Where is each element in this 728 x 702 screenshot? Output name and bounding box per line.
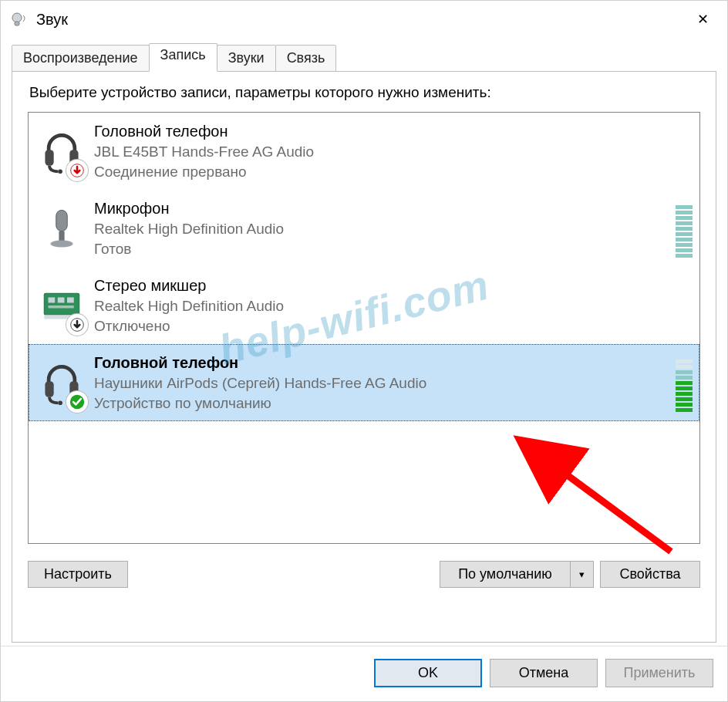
svg-rect-6 (56, 210, 68, 231)
device-row[interactable]: Головной телефонJBL E45BT Hands-Free AG … (29, 113, 699, 190)
tab-panel: Выберите устройство записи, параметры ко… (12, 71, 716, 643)
device-row[interactable]: Головной телефонНаушники AirPods (Сергей… (29, 344, 699, 421)
svg-rect-12 (67, 298, 74, 303)
device-status: Устройство по умолчанию (94, 393, 669, 413)
device-name: Микрофон (94, 198, 669, 219)
close-icon: ✕ (697, 11, 709, 28)
status-badge-disabled-icon (66, 314, 88, 336)
instruction-text: Выберите устройство записи, параметры ко… (29, 84, 700, 101)
svg-rect-13 (49, 305, 74, 309)
svg-rect-16 (45, 381, 53, 397)
device-text: Головной телефонJBL E45BT Hands-Free AG … (89, 121, 693, 181)
status-badge-default-icon (66, 391, 88, 413)
device-icon (34, 195, 89, 262)
set-default-dropdown[interactable]: ▾ (571, 561, 594, 588)
svg-point-8 (51, 240, 73, 247)
device-row[interactable]: МикрофонRealtek High Definition AudioГот… (29, 190, 699, 267)
tabstrip: Воспроизведение Запись Звуки Связь (12, 45, 716, 72)
ok-button[interactable]: OK (374, 659, 482, 687)
dialog-content: Воспроизведение Запись Звуки Связь Выбер… (1, 36, 727, 643)
svg-rect-1 (15, 22, 19, 25)
device-list[interactable]: Головной телефонJBL E45BT Hands-Free AG … (28, 112, 700, 544)
app-icon (10, 10, 29, 29)
tab-playback[interactable]: Воспроизведение (12, 45, 150, 72)
svg-rect-7 (59, 231, 64, 241)
device-status: Соединение прервано (94, 162, 693, 182)
apply-button[interactable]: Применить (605, 659, 713, 687)
status-badge-disconnected-icon (66, 160, 88, 181)
device-icon (34, 349, 89, 416)
tab-recording[interactable]: Запись (149, 43, 217, 72)
tab-communications[interactable]: Связь (275, 45, 337, 72)
titlebar-left: Звук (10, 10, 68, 29)
device-subtitle: JBL E45BT Hands-Free AG Audio (94, 142, 693, 162)
svg-point-18 (58, 400, 62, 405)
svg-rect-2 (45, 150, 53, 166)
device-subtitle: Realtek High Definition Audio (94, 296, 693, 316)
level-meter (676, 353, 693, 412)
device-row[interactable]: Стерео микшерRealtek High Definition Aud… (29, 267, 699, 344)
device-name: Головной телефон (94, 121, 693, 142)
svg-point-0 (12, 13, 22, 22)
dialog-footer: OK Отмена Применить (1, 646, 727, 701)
right-button-group: По умолчанию ▾ Свойства (440, 561, 700, 588)
device-subtitle: Realtek High Definition Audio (94, 219, 669, 239)
properties-button[interactable]: Свойства (600, 561, 700, 588)
device-name: Стерео микшер (94, 275, 693, 296)
level-meter (676, 199, 693, 258)
svg-rect-9 (44, 293, 79, 315)
panel-buttons: Настроить По умолчанию ▾ Свойства (28, 561, 700, 588)
close-button[interactable]: ✕ (682, 5, 723, 33)
device-icon (34, 272, 89, 339)
device-text: Стерео микшерRealtek High Definition Aud… (89, 275, 693, 336)
device-status: Отключено (94, 316, 693, 336)
cancel-button[interactable]: Отмена (490, 659, 598, 687)
configure-button[interactable]: Настроить (28, 561, 128, 588)
device-text: МикрофонRealtek High Definition AudioГот… (89, 198, 669, 258)
set-default-button[interactable]: По умолчанию (440, 561, 571, 588)
svg-rect-10 (49, 298, 56, 303)
device-icon (34, 118, 89, 184)
window-title: Звук (36, 11, 68, 29)
svg-point-4 (58, 169, 62, 174)
device-name: Головной телефон (94, 353, 669, 373)
device-status: Готов (94, 239, 669, 259)
device-text: Головной телефонНаушники AirPods (Сергей… (89, 353, 669, 413)
set-default-splitbutton[interactable]: По умолчанию ▾ (440, 561, 594, 588)
device-subtitle: Наушники AirPods (Сергей) Hands-Free AG … (94, 373, 669, 393)
tab-sounds[interactable]: Звуки (217, 45, 276, 72)
svg-rect-11 (58, 298, 65, 303)
titlebar: Звук ✕ (1, 1, 727, 36)
sound-dialog: Звук ✕ Воспроизведение Запись Звуки Связ… (0, 0, 728, 702)
